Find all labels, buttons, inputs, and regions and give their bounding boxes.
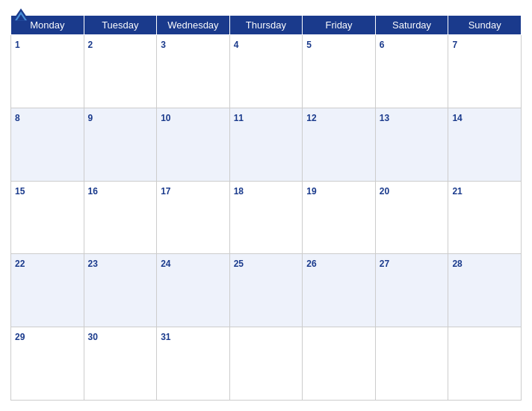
day-number: 9 xyxy=(88,113,93,123)
calendar-cell: 27 xyxy=(375,254,448,327)
calendar-cell: 15 xyxy=(11,181,84,254)
calendar-cell xyxy=(303,327,376,401)
day-number: 23 xyxy=(88,259,98,269)
weekday-header-row: Monday Tuesday Wednesday Thursday Friday… xyxy=(11,16,522,35)
calendar-cell: 30 xyxy=(84,327,157,401)
day-number: 21 xyxy=(452,186,462,197)
calendar-cell: 25 xyxy=(229,254,303,327)
day-number: 30 xyxy=(88,332,98,342)
calendar-cell: 11 xyxy=(229,108,303,181)
logo-area xyxy=(10,7,31,22)
calendar-cell xyxy=(229,327,303,401)
calendar-cell: 9 xyxy=(84,108,157,181)
day-number: 24 xyxy=(161,259,170,269)
header-thursday: Thursday xyxy=(229,16,303,35)
day-number: 26 xyxy=(306,259,316,269)
calendar-cell xyxy=(448,327,522,401)
calendar-row-5: 293031 xyxy=(11,327,522,401)
calendar-cell: 1 xyxy=(11,35,84,108)
calendar-wrapper: Monday Tuesday Wednesday Thursday Friday… xyxy=(0,0,532,411)
day-number: 7 xyxy=(452,40,457,50)
calendar-cell: 19 xyxy=(303,181,376,254)
calendar-cell: 24 xyxy=(157,254,230,327)
day-number: 3 xyxy=(161,40,166,50)
day-number: 1 xyxy=(15,40,20,50)
header-tuesday: Tuesday xyxy=(84,16,157,35)
day-number: 11 xyxy=(234,113,244,123)
calendar-cell: 23 xyxy=(84,254,157,327)
day-number: 17 xyxy=(161,186,170,197)
calendar-cell: 28 xyxy=(448,254,522,327)
calendar-cell: 4 xyxy=(229,35,303,108)
calendar-cell: 17 xyxy=(157,181,230,254)
calendar-row-3: 15161718192021 xyxy=(11,181,522,254)
header-sunday: Sunday xyxy=(448,16,522,35)
day-number: 19 xyxy=(306,186,316,197)
calendar-cell: 8 xyxy=(11,108,84,181)
day-number: 8 xyxy=(15,113,20,123)
calendar-table: Monday Tuesday Wednesday Thursday Friday… xyxy=(10,15,522,401)
header-wednesday: Wednesday xyxy=(157,16,230,35)
calendar-cell: 6 xyxy=(375,35,448,108)
calendar-row-2: 891011121314 xyxy=(11,108,522,181)
logo-icon xyxy=(10,7,31,22)
calendar-cell: 14 xyxy=(448,108,522,181)
calendar-cell: 22 xyxy=(11,254,84,327)
day-number: 22 xyxy=(15,259,25,269)
day-number: 4 xyxy=(234,40,239,50)
day-number: 6 xyxy=(380,40,385,50)
calendar-cell: 5 xyxy=(303,35,376,108)
day-number: 10 xyxy=(161,113,170,123)
day-number: 2 xyxy=(88,40,93,50)
day-number: 18 xyxy=(234,186,244,197)
calendar-cell: 13 xyxy=(375,108,448,181)
day-number: 12 xyxy=(306,113,316,123)
day-number: 31 xyxy=(161,332,170,342)
calendar-cell: 3 xyxy=(157,35,230,108)
day-number: 15 xyxy=(15,186,25,197)
calendar-cell: 2 xyxy=(84,35,157,108)
calendar-row-4: 22232425262728 xyxy=(11,254,522,327)
day-number: 27 xyxy=(380,259,389,269)
calendar-cell: 21 xyxy=(448,181,522,254)
calendar-row-1: 1234567 xyxy=(11,35,522,108)
day-number: 28 xyxy=(452,259,462,269)
day-number: 29 xyxy=(15,332,25,342)
calendar-cell: 31 xyxy=(157,327,230,401)
day-number: 16 xyxy=(88,186,98,197)
header-saturday: Saturday xyxy=(375,16,448,35)
day-number: 5 xyxy=(306,40,312,50)
calendar-cell: 26 xyxy=(303,254,376,327)
calendar-body: 1234567891011121314151617181920212223242… xyxy=(11,35,522,401)
day-number: 13 xyxy=(380,113,389,123)
calendar-cell: 7 xyxy=(448,35,522,108)
calendar-cell: 12 xyxy=(303,108,376,181)
calendar-cell: 29 xyxy=(11,327,84,401)
calendar-cell: 20 xyxy=(375,181,448,254)
calendar-cell: 10 xyxy=(157,108,230,181)
calendar-cell: 18 xyxy=(229,181,303,254)
calendar-cell: 16 xyxy=(84,181,157,254)
day-number: 25 xyxy=(234,259,244,269)
day-number: 20 xyxy=(380,186,389,197)
day-number: 14 xyxy=(452,113,462,123)
calendar-cell xyxy=(375,327,448,401)
calendar-header xyxy=(10,7,522,10)
header-friday: Friday xyxy=(303,16,376,35)
